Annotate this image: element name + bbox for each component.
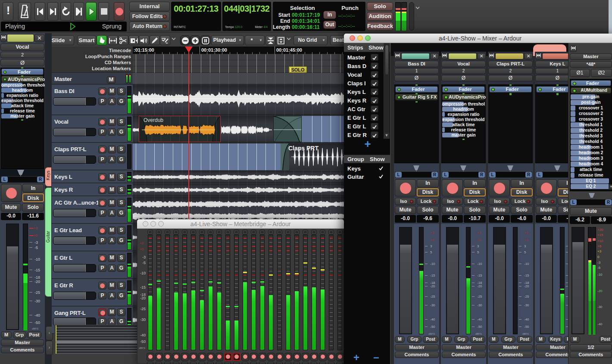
svg-text:!: ! <box>6 4 10 17</box>
